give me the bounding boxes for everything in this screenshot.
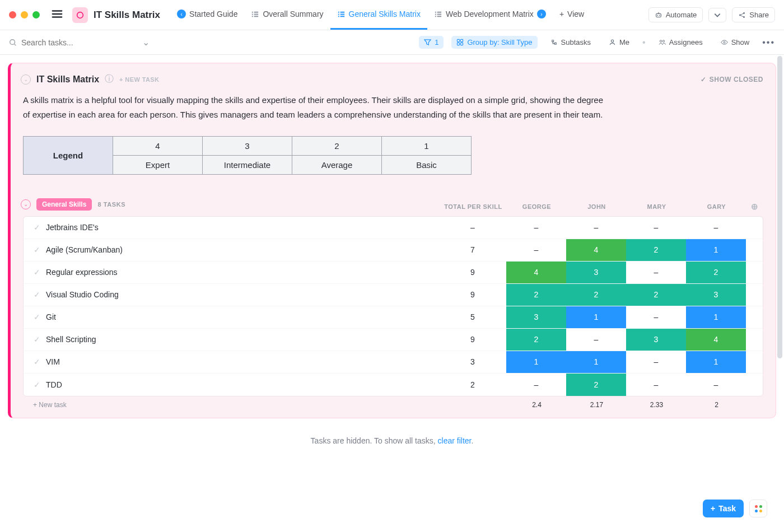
tab-overall-summary[interactable]: Overall Summary bbox=[244, 0, 330, 30]
automate-button[interactable]: Automate bbox=[648, 7, 703, 22]
score-cell[interactable]: 2 bbox=[566, 284, 626, 306]
column-header-person[interactable]: GEORGE bbox=[507, 203, 567, 210]
clear-filter-link[interactable]: clear filter bbox=[438, 436, 472, 445]
assignees-chip[interactable]: Assignees bbox=[654, 36, 708, 49]
maximize-window-button[interactable] bbox=[32, 11, 40, 18]
tab-general-skills-matrix[interactable]: General Skills Matrix bbox=[330, 0, 427, 30]
me-chip[interactable]: Me bbox=[604, 36, 634, 49]
more-menu[interactable]: ••• bbox=[762, 38, 775, 48]
score-cell[interactable]: – bbox=[626, 306, 686, 328]
list-icon bbox=[337, 10, 346, 18]
add-column-button[interactable]: ⊕ bbox=[746, 202, 763, 212]
svg-point-2 bbox=[657, 15, 658, 16]
hidden-note-suffix: . bbox=[472, 436, 474, 445]
score-cell[interactable]: 1 bbox=[686, 351, 746, 373]
check-icon: ✓ bbox=[34, 223, 40, 232]
score-cell[interactable]: – bbox=[686, 217, 746, 239]
search-box[interactable] bbox=[9, 38, 138, 47]
score-cell[interactable]: 4 bbox=[566, 239, 626, 261]
table-row[interactable]: ✓Jetbrains IDE's––––– bbox=[24, 217, 763, 239]
group-collapse-toggle[interactable]: ⌄ bbox=[21, 199, 31, 209]
skill-name: VIM bbox=[46, 357, 60, 366]
filter-chip[interactable]: 1 bbox=[419, 36, 444, 49]
score-cell[interactable]: – bbox=[686, 374, 746, 396]
score-cell[interactable]: 4 bbox=[506, 262, 566, 283]
list-icon bbox=[434, 10, 442, 18]
score-cell[interactable]: 3 bbox=[506, 306, 566, 328]
column-average: 2.4 bbox=[507, 401, 567, 409]
table-row[interactable]: ✓Shell Scripting92–34 bbox=[24, 329, 763, 351]
group-pill[interactable]: General Skills bbox=[36, 198, 92, 211]
new-task-inline[interactable]: + New task bbox=[33, 401, 67, 409]
score-cell[interactable]: 2 bbox=[626, 239, 686, 261]
score-cell[interactable]: 2 bbox=[566, 374, 626, 396]
close-window-button[interactable] bbox=[9, 11, 16, 18]
search-input[interactable] bbox=[21, 38, 111, 47]
table-row[interactable]: ✓Regular expressions943–2 bbox=[24, 262, 763, 284]
content-area: ⌄ IT Skills Matrix ⓘ + NEW TASK ✓ SHOW C… bbox=[0, 55, 784, 532]
card-title: IT Skills Matrix bbox=[36, 74, 99, 85]
create-task-button[interactable]: + Task bbox=[703, 500, 744, 517]
table-row[interactable]: ✓TDD2–2–– bbox=[24, 374, 763, 396]
score-cell[interactable]: – bbox=[626, 262, 686, 283]
people-icon bbox=[659, 39, 666, 46]
score-cell[interactable]: 3 bbox=[626, 329, 686, 351]
scrollbar-thumb[interactable] bbox=[777, 56, 782, 358]
apps-button[interactable] bbox=[749, 500, 767, 517]
info-icon[interactable]: ⓘ bbox=[105, 73, 114, 85]
show-closed-toggle[interactable]: ✓ SHOW CLOSED bbox=[701, 76, 763, 83]
svg-point-12 bbox=[611, 40, 613, 42]
svg-point-14 bbox=[662, 40, 664, 42]
show-chip[interactable]: Show bbox=[716, 36, 755, 49]
score-cell[interactable]: – bbox=[566, 217, 626, 239]
person-icon bbox=[609, 39, 616, 46]
scrollbar[interactable] bbox=[777, 56, 782, 448]
table-row[interactable]: ✓Git531–1 bbox=[24, 306, 763, 329]
score-cell[interactable]: 3 bbox=[686, 284, 746, 306]
score-cell[interactable]: 2 bbox=[686, 262, 746, 283]
share-button[interactable]: Share bbox=[732, 7, 775, 22]
legend-header: Legend bbox=[24, 136, 113, 174]
column-header-person[interactable]: MARY bbox=[627, 203, 687, 210]
tab-web-development-matrix[interactable]: Web Development Matrix › bbox=[427, 0, 553, 30]
score-cell[interactable]: 2 bbox=[506, 329, 566, 351]
score-cell[interactable]: – bbox=[566, 329, 626, 351]
total-cell: 5 bbox=[439, 306, 506, 328]
score-cell[interactable]: – bbox=[506, 217, 566, 239]
automate-dropdown[interactable] bbox=[708, 8, 726, 22]
score-cell[interactable]: 3 bbox=[566, 262, 626, 283]
subtasks-chip[interactable]: Subtasks bbox=[545, 36, 596, 49]
list-card: ⌄ IT Skills Matrix ⓘ + NEW TASK ✓ SHOW C… bbox=[8, 63, 776, 418]
score-cell[interactable]: 1 bbox=[686, 239, 746, 261]
score-cell[interactable]: 1 bbox=[506, 351, 566, 373]
filter-count: 1 bbox=[435, 38, 438, 46]
new-task-button[interactable]: + NEW TASK bbox=[119, 76, 159, 83]
add-view-button[interactable]: + View bbox=[553, 0, 591, 30]
table-row[interactable]: ✓Visual Studio Coding92223 bbox=[24, 284, 763, 306]
total-cell: 2 bbox=[439, 374, 506, 396]
legend-cell: Intermediate bbox=[203, 155, 292, 174]
score-cell[interactable]: 1 bbox=[566, 351, 626, 373]
chevron-down-icon[interactable]: ⌄ bbox=[142, 37, 150, 48]
menu-icon[interactable] bbox=[51, 8, 63, 22]
create-task-label: Task bbox=[718, 504, 736, 513]
score-cell[interactable]: 1 bbox=[566, 306, 626, 328]
score-cell[interactable]: – bbox=[506, 239, 566, 261]
column-header-person[interactable]: JOHN bbox=[567, 203, 627, 210]
groupby-chip[interactable]: Group by: Skill Type bbox=[451, 36, 537, 49]
app-title: IT Skills Matrix bbox=[94, 10, 160, 21]
collapse-toggle[interactable]: ⌄ bbox=[21, 74, 31, 85]
score-cell[interactable]: 4 bbox=[686, 329, 746, 351]
tab-started-guide[interactable]: ‹ Started Guide bbox=[170, 0, 244, 30]
minimize-window-button[interactable] bbox=[21, 11, 28, 18]
score-cell[interactable]: 2 bbox=[506, 284, 566, 306]
score-cell[interactable]: 2 bbox=[626, 284, 686, 306]
column-header-person[interactable]: GARY bbox=[687, 203, 746, 210]
score-cell[interactable]: – bbox=[626, 217, 686, 239]
score-cell[interactable]: – bbox=[626, 351, 686, 373]
table-row[interactable]: ✓Agile (Scrum/Kanban)7–421 bbox=[24, 239, 763, 262]
score-cell[interactable]: – bbox=[506, 374, 566, 396]
table-row[interactable]: ✓VIM311–1 bbox=[24, 351, 763, 374]
score-cell[interactable]: 1 bbox=[686, 306, 746, 328]
score-cell[interactable]: – bbox=[626, 374, 686, 396]
